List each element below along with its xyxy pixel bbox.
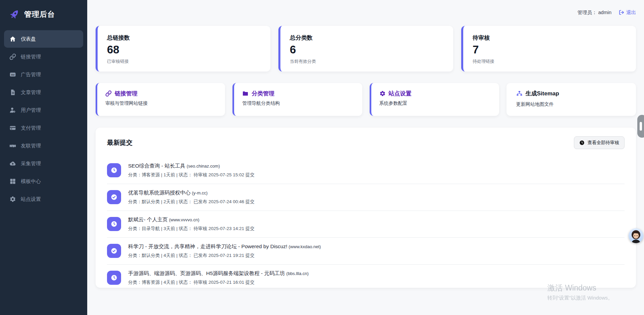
action-desc: 管理导航分类结构 xyxy=(242,100,354,106)
sidebar-item-users[interactable]: 用户管理 xyxy=(4,101,83,119)
stat-title: 待审核 xyxy=(473,34,627,42)
list-item[interactable]: 手游源码、端游源码、页游源码、H5源码服务端架设教程 - 元码工坊(bbs.ll… xyxy=(107,264,625,291)
pending-clock-icon xyxy=(107,163,121,177)
item-title: 优茗导航系统源码授权中心 xyxy=(128,190,191,195)
item-domain: (bbs.llla.cn) xyxy=(286,271,309,276)
recent-submissions-card: 最新提交 查看全部待审核 SEO综合查询 - 站长工具(seo.chinaz.c… xyxy=(96,128,636,288)
logout-button[interactable]: 退出 xyxy=(619,9,636,16)
watermark-line2: 转到“设置”以激活 Windows。 xyxy=(547,295,613,301)
avatar-girl-image xyxy=(629,228,643,243)
side-panel-handle[interactable] xyxy=(637,115,644,138)
home-icon xyxy=(9,36,16,42)
link-icon xyxy=(9,53,16,60)
sidebar-menu: 仪表盘 链接管理 Ad 广告管理 文章管理 xyxy=(0,30,87,208)
action-card-site-settings[interactable]: 站点设置 系统参数配置 xyxy=(370,83,499,116)
main-content: 管理员： admin 退出 总链接数 68 已审核链接 总分类数 6 当前有效分… xyxy=(87,0,644,288)
app-title: 管理后台 xyxy=(24,9,55,19)
sidebar-item-dashboard[interactable]: 仪表盘 xyxy=(4,30,83,48)
sidebar-item-label: 链接管理 xyxy=(21,54,41,60)
stat-title: 总分类数 xyxy=(290,34,444,42)
svg-text:Ad: Ad xyxy=(11,73,14,76)
item-meta: 分类：博客资源 | 1天前 | 状态： 待审核 2025-07-25 15:02… xyxy=(128,172,255,178)
sidebar-item-label: 支付管理 xyxy=(21,125,41,131)
folder-icon xyxy=(242,90,249,97)
item-title: 手游源码、端游源码、页游源码、H5源码服务端架设教程 - 元码工坊 xyxy=(128,270,285,276)
item-title: 默斌云- 个人主页 xyxy=(128,217,168,222)
action-card-category-management[interactable]: 分类管理 管理导航分类结构 xyxy=(232,83,362,116)
action-title: 站点设置 xyxy=(389,90,412,97)
published-check-icon xyxy=(107,244,121,258)
sitemap-icon xyxy=(516,90,523,97)
stat-desc: 已审核链接 xyxy=(107,58,261,64)
rocket-icon xyxy=(9,9,20,20)
pending-clock-icon xyxy=(107,217,121,231)
stat-desc: 待处理链接 xyxy=(473,58,627,64)
list-item[interactable]: 科学刀 - 开放交流，共享精神，走进科学刀论坛 - Powered by Dis… xyxy=(107,237,625,264)
action-desc: 审核与管理网站链接 xyxy=(105,100,217,106)
article-icon xyxy=(9,89,16,96)
item-domain: (www.vvvvo.cn) xyxy=(169,217,199,222)
item-title: 科学刀 - 开放交流，共享精神，走进科学刀论坛 - Powered by Dis… xyxy=(128,243,287,249)
cloud-download-icon xyxy=(9,160,16,167)
action-card-generate-sitemap[interactable]: 生成Sitemap 更新网站地图文件 xyxy=(506,83,636,116)
item-meta: 分类：博客资源 | 4天前 | 状态： 待审核 2025-07-21 16:01… xyxy=(128,279,309,285)
list-item[interactable]: SEO综合查询 - 站长工具(seo.chinaz.com) 分类：博客资源 |… xyxy=(107,157,625,184)
avatar[interactable] xyxy=(629,228,643,243)
stat-card-pending-review: 待审核 7 待处理链接 xyxy=(461,26,636,72)
stat-value: 7 xyxy=(473,44,627,56)
sidebar-item-label: 友联管理 xyxy=(21,143,41,149)
action-title: 分类管理 xyxy=(252,90,274,97)
action-card-link-management[interactable]: 链接管理 审核与管理网站链接 xyxy=(96,83,225,116)
sidebar-item-site-settings[interactable]: 站点设置 xyxy=(4,190,83,208)
clock-icon xyxy=(579,140,585,145)
action-title: 链接管理 xyxy=(115,90,138,97)
sidebar-item-payments[interactable]: 支付管理 xyxy=(4,119,83,137)
item-meta: 分类：目录导航 | 3天前 | 状态： 待审核 2025-07-23 14:21… xyxy=(128,226,255,232)
link-icon xyxy=(105,90,112,97)
item-meta: 分类：默认分类 | 4天前 | 状态： 已发布 2025-07-21 19:21… xyxy=(128,253,321,259)
topbar: 管理员： admin 退出 xyxy=(96,7,636,17)
item-title: SEO综合查询 - 站长工具 xyxy=(128,163,185,169)
sidebar-item-label: 站点设置 xyxy=(21,196,41,203)
view-all-pending-button[interactable]: 查看全部待审核 xyxy=(574,136,625,149)
pending-clock-icon xyxy=(107,271,121,285)
handshake-icon xyxy=(9,142,16,149)
list-item[interactable]: 优茗导航系统源码授权中心(y-m.cc) 分类：默认分类 | 2天前 | 状态：… xyxy=(107,184,625,211)
logout-label: 退出 xyxy=(626,9,636,16)
sidebar-item-templates[interactable]: 模板中心 xyxy=(4,173,83,190)
published-check-icon xyxy=(107,190,121,204)
sidebar: 管理后台 仪表盘 链接管理 Ad 广告管理 xyxy=(0,0,87,315)
stats-row: 总链接数 68 已审核链接 总分类数 6 当前有效分类 待审核 7 待处理链接 xyxy=(96,26,636,72)
logout-icon xyxy=(619,10,624,15)
action-desc: 更新网站地图文件 xyxy=(516,101,628,107)
gear-icon xyxy=(379,90,386,97)
app-logo: 管理后台 xyxy=(0,0,87,30)
list-item[interactable]: 默斌云- 个人主页(www.vvvvo.cn) 分类：目录导航 | 3天前 | … xyxy=(107,211,625,237)
stat-value: 6 xyxy=(290,44,444,56)
sidebar-item-label: 用户管理 xyxy=(21,107,41,114)
sidebar-item-label: 广告管理 xyxy=(21,72,41,78)
sidebar-item-label: 仪表盘 xyxy=(21,36,36,42)
action-title: 生成Sitemap xyxy=(526,90,559,97)
stat-value: 68 xyxy=(107,44,261,56)
stat-title: 总链接数 xyxy=(107,34,261,42)
admin-info: 管理员： admin xyxy=(577,9,611,16)
sidebar-item-ads[interactable]: Ad 广告管理 xyxy=(4,66,83,83)
sidebar-item-articles[interactable]: 文章管理 xyxy=(4,84,83,101)
quick-actions-row: 链接管理 审核与管理网站链接 分类管理 管理导航分类结构 站点设置 系统参数配置 xyxy=(96,83,636,116)
stat-desc: 当前有效分类 xyxy=(290,58,444,64)
sidebar-item-links[interactable]: 链接管理 xyxy=(4,48,83,65)
credit-card-icon xyxy=(9,125,16,131)
sidebar-item-friend-links[interactable]: 友联管理 xyxy=(4,137,83,154)
item-meta: 分类：默认分类 | 2天前 | 状态： 已发布 2025-07-24 00:46… xyxy=(128,199,255,205)
sidebar-item-collection[interactable]: 采集管理 xyxy=(4,155,83,172)
handle-grip xyxy=(640,122,642,131)
stat-card-total-links: 总链接数 68 已审核链接 xyxy=(96,26,270,72)
sidebar-item-label: 采集管理 xyxy=(21,161,41,167)
action-desc: 系统参数配置 xyxy=(379,100,491,106)
recent-list: SEO综合查询 - 站长工具(seo.chinaz.com) 分类：博客资源 |… xyxy=(107,157,625,291)
recent-header: 最新提交 查看全部待审核 xyxy=(107,136,625,149)
grid-icon xyxy=(9,178,16,185)
view-all-label: 查看全部待审核 xyxy=(588,140,620,146)
recent-title: 最新提交 xyxy=(107,138,132,147)
